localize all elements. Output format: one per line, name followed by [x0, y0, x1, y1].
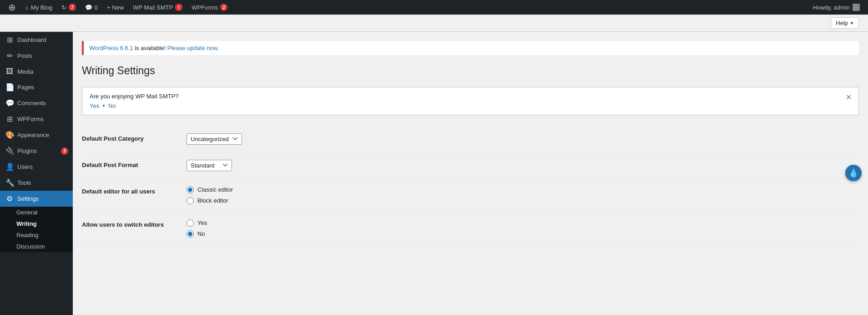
smtp-notice-close[interactable]: ✕ [843, 92, 854, 103]
smtp-notice: ✕ Are you enjoying WP Mail SMTP? Yes • N… [82, 87, 859, 115]
smtp-yes-link[interactable]: Yes [90, 102, 99, 109]
updates-badge: 7 [69, 4, 76, 11]
sidebar-item-settings[interactable]: ⚙ Settings [0, 191, 73, 207]
default-post-format-label: Default Post Format [82, 160, 187, 168]
switch-yes-radio[interactable] [187, 219, 194, 227]
sidebar-item-comments[interactable]: 💬 Comments [0, 95, 73, 111]
sidebar-item-posts[interactable]: ✏ Posts [0, 48, 73, 64]
floating-help-icon[interactable]: 💧 [845, 165, 862, 181]
switch-no-radio[interactable] [187, 230, 194, 238]
tools-icon: 🔧 [5, 178, 14, 187]
wordpress-version-link[interactable]: WordPress 6.6.1 [89, 45, 133, 51]
update-now-link[interactable]: Please update now [167, 45, 217, 51]
default-post-category-select[interactable]: Uncategorized [187, 133, 242, 145]
media-icon: 🖼 [5, 67, 14, 76]
classic-editor-radio[interactable] [187, 186, 194, 193]
help-button[interactable]: Help ▼ [831, 17, 859, 29]
adminbar-howdy[interactable]: Howdy, admin [808, 4, 864, 11]
adminbar-updates[interactable]: ↻ 7 [57, 0, 81, 15]
default-post-category-label: Default Post Category [82, 133, 187, 142]
wpforms-sidebar-icon: ⊞ [5, 115, 14, 123]
comments-icon: 💬 [85, 4, 92, 11]
submenu-general[interactable]: General [0, 207, 73, 218]
adminbar-wpmail[interactable]: WP Mail SMTP ! [128, 0, 187, 15]
sidebar-item-wpforms[interactable]: ⊞ WPForms [0, 111, 73, 127]
allow-switch-label: Allow users to switch editors [82, 219, 187, 228]
pages-icon: 📄 [5, 83, 14, 91]
smtp-separator: • [103, 102, 105, 109]
posts-icon: ✏ [5, 51, 14, 60]
setting-allow-switch: Allow users to switch editors Yes No [82, 212, 859, 245]
block-editor-radio[interactable] [187, 197, 194, 204]
smtp-question: Are you enjoying WP Mail SMTP? [90, 93, 851, 100]
allow-switch-group: Yes No [187, 219, 859, 238]
adminbar-wpforms[interactable]: WPForms 2 [187, 0, 232, 15]
settings-icon: ⚙ [5, 194, 14, 203]
sidebar-item-appearance[interactable]: 🎨 Appearance [0, 127, 73, 143]
update-notice: WordPress 6.6.1 is available! Please upd… [82, 41, 859, 55]
adminbar-new[interactable]: + New [102, 0, 128, 15]
sidebar-item-pages[interactable]: 📄 Pages [0, 79, 73, 95]
appearance-icon: 🎨 [5, 131, 14, 139]
comments-sidebar-icon: 💬 [5, 99, 14, 107]
sidebar: ⊞ Dashboard ✏ Posts 🖼 Media 📄 Pages 💬 Co… [0, 32, 73, 315]
default-editor-group: Classic editor Block editor [187, 186, 859, 204]
sidebar-item-users[interactable]: 👤 Users [0, 159, 73, 175]
wpmail-alert: ! [175, 4, 182, 11]
sidebar-item-plugins[interactable]: 🔌 Plugins 3 [0, 143, 73, 159]
submenu-discussion[interactable]: Discussion [0, 241, 73, 252]
main-content: WordPress 6.6.1 is available! Please upd… [73, 32, 868, 315]
default-editor-label: Default editor for all users [82, 186, 187, 195]
page-title: Writing Settings [82, 64, 859, 78]
dashboard-icon: ⊞ [5, 36, 14, 44]
wp-logo[interactable]: ⊕ [4, 0, 20, 15]
classic-editor-option[interactable]: Classic editor [187, 186, 859, 193]
switch-yes-option[interactable]: Yes [187, 219, 859, 227]
plugins-badge: 3 [61, 147, 68, 155]
block-editor-option[interactable]: Block editor [187, 197, 859, 204]
plugins-icon: 🔌 [5, 147, 14, 155]
default-post-format-select[interactable]: Standard Aside Image Video Quote Link Ga… [187, 160, 232, 171]
admin-bar: ⊕ ⌂ My Blog ↻ 7 💬 0 + New WP Mail SMTP !… [0, 0, 868, 15]
submenu-reading[interactable]: Reading [0, 229, 73, 241]
setting-default-post-format: Default Post Format Standard Aside Image… [82, 152, 859, 179]
sidebar-item-media[interactable]: 🖼 Media [0, 64, 73, 79]
submenu-writing[interactable]: Writing [0, 218, 73, 229]
wpforms-badge: 2 [220, 4, 227, 11]
sidebar-item-dashboard[interactable]: ⊞ Dashboard [0, 32, 73, 48]
switch-no-option[interactable]: No [187, 230, 859, 238]
users-icon: 👤 [5, 163, 14, 171]
updates-icon: ↻ [61, 4, 66, 11]
setting-default-editor: Default editor for all users Classic edi… [82, 179, 859, 212]
adminbar-myblog[interactable]: ⌂ My Blog [20, 0, 57, 15]
home-icon: ⌂ [25, 4, 29, 11]
adminbar-comments[interactable]: 💬 0 [81, 0, 102, 15]
setting-default-post-category: Default Post Category Uncategorized [82, 126, 859, 152]
smtp-no-link[interactable]: No [108, 102, 116, 109]
sidebar-item-tools[interactable]: 🔧 Tools [0, 175, 73, 191]
help-bar: Help ▼ [0, 15, 868, 32]
avatar [853, 4, 860, 11]
